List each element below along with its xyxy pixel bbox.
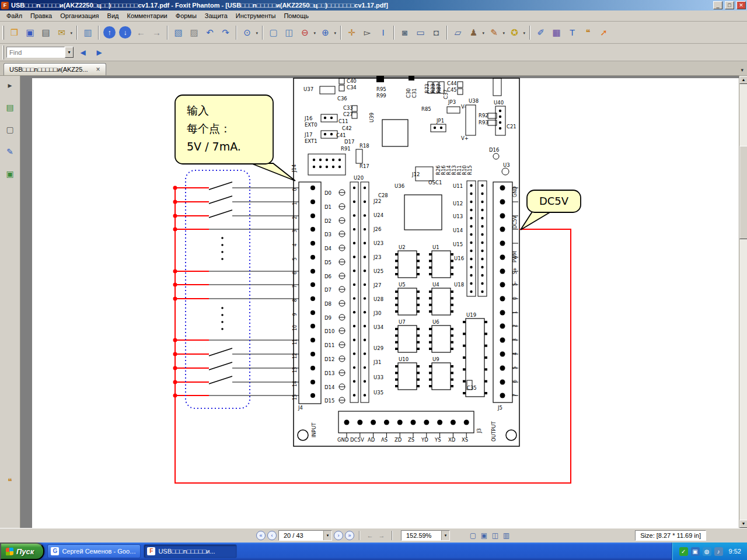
menu-файл[interactable]: Файл xyxy=(2,11,26,20)
continuous-layout-button[interactable]: ▣ xyxy=(479,531,489,541)
document-area: ▲ ▼ xyxy=(20,76,747,528)
note-comment-button[interactable]: ❝ xyxy=(580,24,596,40)
zoom-out-dropdown[interactable]: ▾ xyxy=(313,31,316,36)
update-tray-icon[interactable]: ◍ xyxy=(703,547,711,556)
signatures-panel-icon[interactable]: ✎ xyxy=(3,145,17,159)
menu-формы[interactable]: Формы xyxy=(172,11,201,20)
collapse-panel-icon[interactable]: ▸ xyxy=(3,78,17,92)
hand-tool-button[interactable]: ✛ xyxy=(344,24,359,40)
edit-document-button[interactable]: ✐ xyxy=(533,24,549,40)
previous-view-button[interactable]: ← xyxy=(365,531,375,540)
document-tab[interactable]: USB□□□n□□□□□и(AKZ25... × xyxy=(4,63,106,75)
menu-комментарии[interactable]: Комментарии xyxy=(123,11,171,20)
findbar-grip[interactable] xyxy=(2,46,4,60)
go-forward-button[interactable]: → xyxy=(149,24,165,40)
page-number-dropdown[interactable]: ▾ xyxy=(323,531,331,540)
fit-width-button[interactable]: ◫ xyxy=(281,24,297,40)
pencil-tool-dropdown[interactable]: ▾ xyxy=(502,31,505,36)
next-view-button[interactable]: ↓ xyxy=(119,26,131,38)
antivirus-tray-icon[interactable]: ✓ xyxy=(679,547,688,556)
zoom-in-dropdown[interactable]: ▾ xyxy=(334,31,336,36)
zoom-level-box[interactable]: 152.59% ▾ xyxy=(401,530,450,541)
page-nav-back-group: «‹ xyxy=(256,531,277,540)
tab-overflow-icon[interactable]: ▾ xyxy=(741,67,743,73)
security-lock-dropdown[interactable]: ▾ xyxy=(523,31,525,36)
stamp-tool-dropdown[interactable]: ▾ xyxy=(482,31,484,36)
clipboard-button[interactable]: ▨ xyxy=(186,24,202,40)
find-input[interactable] xyxy=(6,47,65,58)
email-button[interactable]: ✉▾ xyxy=(54,24,69,40)
go-back-button[interactable]: ← xyxy=(133,24,149,40)
select-annotation-button[interactable]: ▻ xyxy=(359,24,375,40)
pdf-page[interactable] xyxy=(32,78,739,528)
last-page-button[interactable]: » xyxy=(345,531,354,540)
facing-layout-button[interactable]: ◫ xyxy=(490,531,500,541)
main-area: ▸▤▢✎▣❝ ▲ ▼ xyxy=(0,76,747,528)
first-page-button[interactable]: « xyxy=(256,531,266,540)
share-button[interactable]: ➚ xyxy=(596,24,612,40)
zoom-in-button[interactable]: ⊕▾ xyxy=(317,24,333,40)
start-button[interactable]: Пуск xyxy=(0,542,44,560)
menu-помощь[interactable]: Помощь xyxy=(280,11,313,20)
open-button[interactable]: ❒ xyxy=(6,24,22,40)
zoom-tool-button[interactable]: ⊙▾ xyxy=(239,24,255,40)
undo-button[interactable]: ↶ xyxy=(202,24,218,40)
actual-size-button[interactable]: ▢ xyxy=(266,24,281,40)
taskbar-task[interactable]: FUSB□□□n□□□□□и... xyxy=(144,544,237,558)
task-icon: F xyxy=(147,547,155,555)
zoom-dropdown[interactable]: ▾ xyxy=(441,531,449,540)
email-dropdown[interactable]: ▾ xyxy=(70,31,72,36)
minimize-button[interactable]: _ xyxy=(713,1,722,9)
redo-button[interactable]: ↷ xyxy=(218,24,233,40)
next-page-button[interactable]: › xyxy=(334,531,343,540)
maximize-button[interactable]: □ xyxy=(725,1,734,9)
scan-button[interactable]: ▥ xyxy=(80,24,96,40)
find-previous-button[interactable]: ◀ xyxy=(76,46,90,60)
scroll-up-arrow[interactable]: ▲ xyxy=(739,76,747,84)
save-button[interactable]: ▣ xyxy=(22,24,38,40)
network-tray-icon[interactable]: ▣ xyxy=(691,547,700,556)
rectangle-tool-button[interactable]: ▱ xyxy=(450,24,466,40)
single-page-layout-button[interactable]: ▢ xyxy=(468,531,478,541)
zoom-out-button[interactable]: ⊖▾ xyxy=(297,24,313,40)
toolbar-grip[interactable] xyxy=(2,26,4,40)
camera-snapshot-button[interactable]: ◘ xyxy=(428,24,444,40)
menu-вид[interactable]: Вид xyxy=(103,11,123,20)
image-tool-button[interactable]: ◙ xyxy=(397,24,413,40)
taskbar-task[interactable]: GСергей Семенов - Googl... xyxy=(47,544,141,558)
close-button[interactable]: ✕ xyxy=(736,1,746,9)
scrollbar-thumb[interactable] xyxy=(739,146,747,239)
foxit-phantom-window: F USB□□□n□□□□□и(AKZ2250□ц□□)□□□□□□□cv1.1… xyxy=(0,0,747,560)
next-view-button[interactable]: → xyxy=(376,531,387,540)
pages-panel-icon[interactable]: ▢ xyxy=(3,123,17,136)
volume-tray-icon[interactable]: ♪ xyxy=(714,547,723,556)
security-lock-button[interactable]: ✪▾ xyxy=(507,24,522,40)
pencil-tool-button[interactable]: ✎▾ xyxy=(486,24,502,40)
menu-организация[interactable]: Организация xyxy=(56,11,103,20)
print-button[interactable]: ▤ xyxy=(38,24,54,40)
continuous-facing-layout-button[interactable]: ▥ xyxy=(501,531,511,541)
find-dropdown[interactable]: ▾ xyxy=(65,47,74,58)
tab-close-icon[interactable]: × xyxy=(96,66,100,73)
form-designer-button[interactable]: ▦ xyxy=(549,24,564,40)
stamp-tool-icon: ♟ xyxy=(470,28,477,37)
select-text-button[interactable]: I xyxy=(375,24,391,40)
menu-защита[interactable]: Защита xyxy=(201,11,232,20)
menu-правка[interactable]: Правка xyxy=(26,11,56,20)
stamp-tool-button[interactable]: ♟▾ xyxy=(466,24,481,40)
vertical-scrollbar[interactable]: ▲ ▼ xyxy=(739,76,747,528)
attachments-panel-icon[interactable]: ▣ xyxy=(3,167,17,181)
comments-panel-icon[interactable]: ❝ xyxy=(3,474,17,488)
find-next-button[interactable]: ▶ xyxy=(92,46,106,60)
page-number-box[interactable]: 20 / 43 ▾ xyxy=(278,530,332,541)
page-nav-forward-group: ›» xyxy=(334,531,354,540)
link-tool-button[interactable]: ▭ xyxy=(413,24,428,40)
snapshot-page-button[interactable]: ▧ xyxy=(170,24,186,40)
menu-инструменты[interactable]: Инструменты xyxy=(232,11,280,20)
typewriter-button[interactable]: T xyxy=(564,24,580,40)
bookmarks-panel-icon[interactable]: ▤ xyxy=(3,100,17,114)
prev-page-button[interactable]: ‹ xyxy=(267,531,277,540)
previous-view-button[interactable]: ↑ xyxy=(103,26,116,38)
zoom-tool-dropdown[interactable]: ▾ xyxy=(256,31,258,36)
scroll-down-arrow[interactable]: ▼ xyxy=(739,520,747,528)
